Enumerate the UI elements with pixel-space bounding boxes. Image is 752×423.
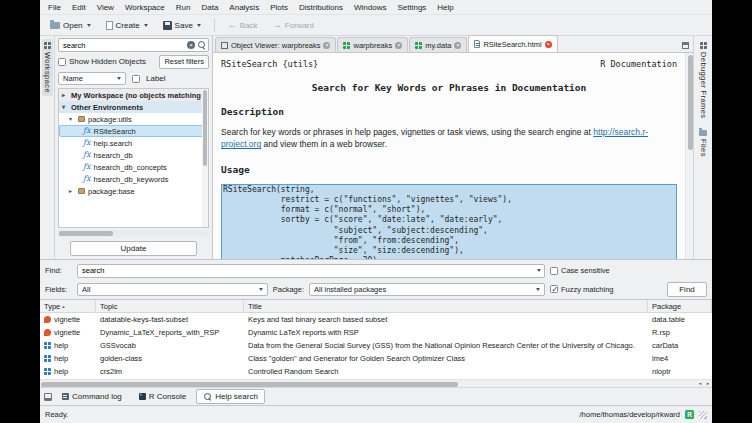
usage-code-block[interactable]: RSiteSearch(string, restrict = c("functi… [221,184,677,259]
tree-item-hsearch-db-concepts[interactable]: hsearch_db_concepts [59,161,208,173]
tree-item-other-environments[interactable]: Other Environments [59,101,208,113]
menu-settings[interactable]: Settings [397,3,426,12]
menu-run[interactable]: Run [176,3,191,12]
create-label: Create [116,21,140,30]
cell-package: nloptr [648,367,712,376]
expander-icon[interactable] [69,116,75,122]
column-header-topic[interactable]: Topic [96,300,244,312]
column-header-title[interactable]: Title [244,300,648,312]
tree-item-package-utils[interactable]: package:utils [59,113,208,125]
tree-vertical-scrollbar[interactable] [202,89,208,227]
tab-label: R Console [149,392,186,401]
tab-label: warpbreaks [353,41,392,50]
menu-distributions[interactable]: Distributions [299,3,343,12]
close-icon[interactable] [545,41,552,48]
search-icon[interactable] [197,41,206,50]
label-column-checkbox[interactable] [132,75,140,83]
scrollbar-thumb[interactable] [688,55,693,150]
menu-help[interactable]: Help [437,3,453,12]
table-row[interactable]: help crs2lm Controlled Random Search nlo… [40,365,712,378]
table-row[interactable]: vignette datatable-keys-fast-subset Keys… [40,313,712,326]
forward-button[interactable]: Forward [268,18,319,32]
close-icon[interactable] [454,42,461,49]
tree-item-label: package:base [88,187,135,196]
scrollbar-thumb[interactable] [59,231,113,236]
detach-window-icon[interactable] [682,42,689,49]
reset-filters-button[interactable]: Reset filters [159,55,209,69]
tree-horizontal-scrollbar[interactable] [58,230,209,237]
tree-item-hsearch-db-keywords[interactable]: hsearch_db_keywords [59,173,208,185]
tab-label: my.data [425,41,451,50]
case-sensitive-checkbox[interactable] [550,267,558,275]
tree-item-help-search[interactable]: help.search [59,137,208,149]
document-area: Object Viewer: warpbreaks warpbreaks my.… [213,36,693,259]
debugger-frames-label: Debugger Frames [699,52,708,118]
resize-grip[interactable] [699,411,707,419]
name-filter-combo[interactable]: Name [58,72,126,85]
dock-panel-icon[interactable] [44,393,52,401]
case-sensitive-option[interactable]: Case sensitive [550,266,662,275]
workspace-toolview-tab[interactable]: Workspace [42,39,53,96]
tab-my-data[interactable]: my.data [409,37,467,52]
open-button[interactable]: Open [45,19,96,32]
code-line: "subject", "subject:descending", [223,226,677,236]
workspace-search-input[interactable] [63,41,185,50]
cell-title: Dynamic LaTeX reports with RSP [244,328,648,337]
cell-type: vignette [54,315,80,324]
files-toolview-tab[interactable]: Files [698,127,709,160]
column-header-package[interactable]: Package [648,300,712,312]
tab-warpbreaks[interactable]: warpbreaks [337,37,408,52]
tree-item-package-base[interactable]: package:base [59,185,208,197]
scroll-left-icon[interactable] [696,380,704,387]
tab-help-search[interactable]: Help search [196,389,265,404]
r-engine-status-indicator[interactable]: R [685,410,694,419]
cell-title: Data from the General Social Survey (GSS… [244,341,648,350]
table-row[interactable]: vignette Dynamic_LaTeX_reports_with_RSP … [40,326,712,339]
cell-title: Controlled Random Search [244,367,648,376]
tab-rsitesearch-html[interactable]: RSiteSearch.html [468,35,557,52]
document-vertical-scrollbar[interactable] [685,53,693,259]
table-row[interactable]: help golden-class Class "golden" and Gen… [40,352,712,365]
scrollbar-thumb[interactable] [41,382,458,387]
tree-item-hsearch-db[interactable]: hsearch_db [59,149,208,161]
fuzzy-matching-checkbox[interactable] [550,285,558,293]
expander-icon[interactable] [69,188,75,194]
find-term-combo[interactable] [77,264,545,278]
show-hidden-checkbox[interactable] [58,58,66,66]
find-term-input[interactable] [82,266,536,275]
package-combo[interactable]: All installed packages [309,283,545,296]
save-button[interactable]: Save [158,19,206,32]
close-icon[interactable] [395,42,402,49]
expander-icon[interactable] [62,92,68,98]
debugger-frames-toolview-tab[interactable]: Debugger Frames [698,39,709,121]
menu-data[interactable]: Data [201,3,218,12]
menu-workspace[interactable]: Workspace [125,3,165,12]
results-horizontal-scrollbar[interactable] [40,379,712,387]
tree-item-rsitesearch[interactable]: RSiteSearch [59,125,208,137]
hidden-objects-row: Show Hidden Objects Reset filters [58,54,209,69]
update-button[interactable]: Update [70,241,197,256]
find-button[interactable]: Find [667,282,707,297]
menu-file[interactable]: File [48,3,61,12]
menu-windows[interactable]: Windows [354,3,386,12]
create-button[interactable]: Create [101,19,153,32]
tree-item-my-workspace[interactable]: My Workspace (no objects matching filter… [59,89,208,101]
fuzzy-matching-option[interactable]: Fuzzy matching [550,285,662,294]
menu-view[interactable]: View [97,3,114,12]
fields-combo[interactable]: All [77,283,268,296]
menu-plots[interactable]: Plots [270,3,288,12]
scrollbar-thumb[interactable] [203,90,207,166]
menu-edit[interactable]: Edit [72,3,86,12]
close-icon[interactable] [323,42,330,49]
scroll-right-icon[interactable] [704,380,712,387]
expander-icon[interactable] [62,104,68,110]
back-button[interactable]: Back [223,18,263,32]
table-row[interactable]: help GSSvocab Data from the General Soci… [40,339,712,352]
clear-search-icon[interactable] [187,41,195,49]
tab-command-log[interactable]: Command log [55,389,129,404]
tab-object-viewer-warpbreaks[interactable]: Object Viewer: warpbreaks [215,37,336,52]
column-header-type[interactable]: Type [40,300,96,312]
menu-analysis[interactable]: Analysis [229,3,259,12]
name-filter-value: Name [63,74,83,83]
tab-r-console[interactable]: R Console [132,389,193,404]
